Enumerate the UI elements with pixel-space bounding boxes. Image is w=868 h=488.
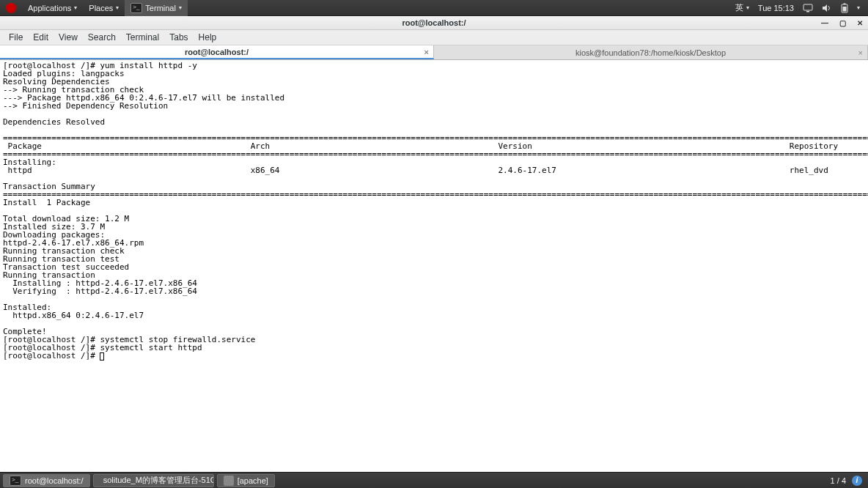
menu-tabs[interactable]: Tabs	[165, 31, 192, 44]
workspace-indicator[interactable]: 1 / 4	[831, 476, 846, 485]
menu-file[interactable]: File	[4, 31, 27, 44]
chevron-down-icon: ▾	[179, 4, 182, 11]
ime-label: 英	[735, 2, 743, 13]
close-button[interactable]: ✕	[855, 18, 865, 28]
menu-help[interactable]: Help	[194, 31, 221, 44]
terminal-cursor	[100, 352, 104, 361]
tab-close-icon[interactable]: ×	[858, 48, 863, 57]
redhat-icon	[6, 3, 16, 13]
chevron-down-icon: ▾	[746, 4, 749, 11]
tab-root-localhost[interactable]: root@localhost:/ ×	[0, 45, 434, 59]
applications-label: Applications	[28, 4, 71, 12]
terminal-icon	[130, 3, 142, 13]
tab-label: kiosk@foundation78:/home/kiosk/Desktop	[575, 48, 726, 57]
menu-view[interactable]: View	[54, 31, 82, 44]
tab-kiosk-foundation[interactable]: kiosk@foundation78:/home/kiosk/Desktop ×	[434, 45, 868, 59]
app-menu-terminal[interactable]: Terminal ▾	[125, 0, 188, 16]
svg-rect-0	[803, 4, 812, 10]
terminal-menubar: File Edit View Search Terminal Tabs Help	[0, 30, 868, 45]
task-terminal[interactable]: root@localhost:/	[3, 474, 90, 487]
chevron-down-icon: ▾	[74, 4, 77, 11]
volume-icon[interactable]	[818, 0, 836, 16]
places-label: Places	[89, 4, 113, 12]
svg-rect-4	[844, 3, 846, 4]
menu-terminal[interactable]: Terminal	[122, 31, 163, 44]
chevron-down-icon: ▾	[857, 4, 860, 11]
svg-marker-2	[823, 4, 827, 12]
menu-search[interactable]: Search	[84, 31, 120, 44]
window-title: root@localhost:/	[402, 18, 466, 27]
applications-menu[interactable]: Applications ▾	[22, 0, 83, 16]
task-label: [apache]	[238, 476, 268, 485]
minimize-button[interactable]: —	[820, 18, 830, 28]
terminal-tabbar: root@localhost:/ × kiosk@foundation78:/h…	[0, 45, 868, 60]
svg-rect-5	[843, 7, 847, 12]
window-titlebar[interactable]: root@localhost:/ — ▢ ✕	[0, 16, 868, 30]
gnome-top-panel: Applications ▾ Places ▾ Terminal ▾ 英 ▾ T…	[0, 0, 868, 16]
info-icon[interactable]: i	[852, 476, 862, 486]
input-method-indicator[interactable]: 英 ▾	[732, 0, 753, 16]
app-menu-label: Terminal	[145, 4, 176, 12]
terminal-output[interactable]: [root@localhost /]# yum install httpd -y…	[0, 60, 868, 472]
datetime-label: Tue 15:13	[758, 4, 794, 12]
clock[interactable]: Tue 15:13	[754, 0, 798, 16]
places-menu[interactable]: Places ▾	[83, 0, 125, 16]
screen-icon[interactable]	[799, 0, 817, 16]
terminal-window: root@localhost:/ — ▢ ✕ File Edit View Se…	[0, 16, 868, 472]
folder-icon	[224, 476, 234, 486]
task-label: root@localhost:/	[25, 476, 84, 485]
menu-edit[interactable]: Edit	[29, 31, 53, 44]
maximize-button[interactable]: ▢	[837, 18, 847, 28]
activities-logo[interactable]	[0, 0, 22, 16]
svg-rect-1	[806, 11, 809, 12]
task-apache[interactable]: [apache]	[217, 474, 275, 487]
terminal-icon	[10, 476, 21, 486]
task-firefox[interactable]: solitude_M的博客管理后台-51CT...	[93, 474, 214, 487]
tab-close-icon[interactable]: ×	[424, 48, 429, 56]
battery-icon[interactable]	[837, 0, 852, 16]
tab-label: root@localhost:/	[185, 48, 249, 56]
chevron-down-icon: ▾	[116, 4, 119, 11]
task-label: solitude_M的博客管理后台-51CT...	[103, 475, 214, 486]
gnome-bottom-panel: root@localhost:/ solitude_M的博客管理后台-51CT.…	[0, 472, 868, 488]
system-menu[interactable]: ▾	[853, 0, 864, 16]
